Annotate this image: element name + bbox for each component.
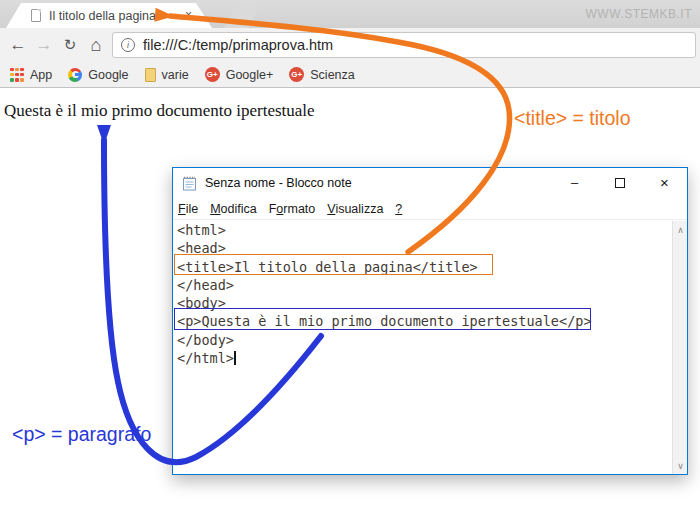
google-plus-icon: G+: [289, 67, 304, 82]
menu-file[interactable]: File: [178, 202, 198, 216]
google-plus-icon: G+: [205, 67, 220, 82]
notepad-titlebar[interactable]: Senza nome - Blocco note – ×: [173, 168, 687, 198]
paragraph-highlight-box: [174, 308, 591, 330]
maximize-glyph: [615, 178, 625, 188]
tab-title: Il titolo della pagina: [49, 9, 156, 23]
back-icon[interactable]: ←: [6, 32, 30, 58]
text-caret: [234, 351, 236, 365]
scroll-down-icon[interactable]: ∨: [673, 458, 688, 473]
notepad-menubar: File Modifica Formato Visualizza ?: [173, 198, 687, 220]
code-line: </body>: [173, 331, 671, 349]
bookmark-label: App: [30, 68, 52, 82]
notepad-scrollbar[interactable]: ∧ ∨: [672, 221, 687, 474]
bookmark-googleplus[interactable]: G+ Google+: [205, 67, 274, 82]
notepad-window: Senza nome - Blocco note – × File Modifi…: [172, 167, 688, 475]
url-text[interactable]: file:///C:/temp/primaprova.htm: [143, 37, 333, 53]
bookmark-google[interactable]: Google: [68, 68, 128, 82]
folder-icon: [145, 68, 156, 82]
close-icon[interactable]: ×: [642, 168, 687, 197]
bookmark-label: Scienza: [310, 68, 354, 82]
bookmark-app[interactable]: App: [10, 68, 52, 82]
bookmark-label: varie: [162, 68, 189, 82]
new-tab-button[interactable]: [224, 5, 260, 28]
title-highlight-box: [174, 254, 493, 275]
menu-help[interactable]: ?: [395, 202, 402, 216]
browser-tab[interactable]: Il titolo della pagina ×: [6, 3, 212, 28]
notepad-title: Senza nome - Blocco note: [205, 176, 352, 190]
info-icon[interactable]: i: [121, 38, 135, 52]
bookmark-scienza[interactable]: G+ Scienza: [289, 67, 354, 82]
code-line: <html>: [173, 221, 671, 239]
rendered-paragraph: Questa è il mio primo documento ipertest…: [4, 101, 315, 121]
tab-close-icon[interactable]: ×: [185, 8, 192, 22]
minimize-icon[interactable]: –: [552, 168, 597, 197]
menu-formato[interactable]: Formato: [269, 202, 316, 216]
notepad-app-icon: [182, 176, 197, 191]
bookmark-label: Google+: [226, 68, 274, 82]
menu-visualizza[interactable]: Visualizza: [327, 202, 383, 216]
page-favicon-icon: [31, 9, 41, 22]
scroll-up-icon[interactable]: ∧: [673, 222, 688, 237]
bookmark-varie[interactable]: varie: [145, 68, 189, 82]
watermark: WWW.STEMKB.IT: [586, 7, 693, 21]
google-g-icon: [68, 68, 82, 82]
reload-icon[interactable]: ↻: [58, 32, 82, 58]
code-line: </head>: [173, 276, 671, 294]
home-icon[interactable]: ⌂: [84, 32, 108, 58]
annotation-paragraph-label: <p> = paragrafo: [12, 423, 151, 446]
menu-modifica[interactable]: Modifica: [210, 202, 257, 216]
annotation-title-label: <title> = titolo: [514, 107, 631, 130]
browser-toolbar: ← → ↻ ⌂ i file:///C:/temp/primaprova.htm: [0, 28, 700, 62]
bookmarks-bar: App Google varie G+ Google+ G+ Scienza: [0, 62, 700, 88]
tab-strip: Il titolo della pagina × WWW.STEMKB.IT: [0, 0, 700, 28]
apps-grid-icon: [10, 68, 24, 82]
forward-icon: →: [32, 32, 56, 58]
code-line: </html>: [173, 349, 671, 367]
maximize-icon[interactable]: [597, 168, 642, 197]
bookmark-label: Google: [88, 68, 128, 82]
address-bar[interactable]: i file:///C:/temp/primaprova.htm: [112, 32, 696, 58]
